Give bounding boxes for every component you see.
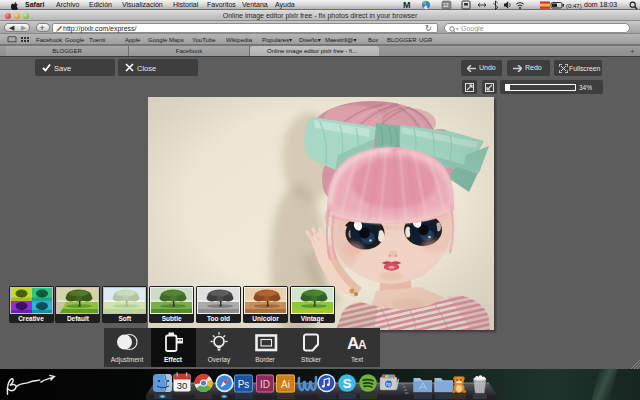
svg-text:Ps: Ps [238, 379, 250, 390]
svg-text:hp: hp [386, 382, 392, 387]
svg-text:Ai: Ai [281, 379, 290, 390]
svg-text:A: A [358, 338, 367, 352]
svg-text:S: S [343, 376, 352, 391]
svg-text:M: M [403, 0, 411, 10]
svg-text:12: 12 [443, 3, 449, 8]
svg-text:30: 30 [177, 380, 188, 391]
svg-text:ID: ID [260, 379, 270, 390]
svg-text:(0:47): (0:47) [566, 3, 582, 9]
